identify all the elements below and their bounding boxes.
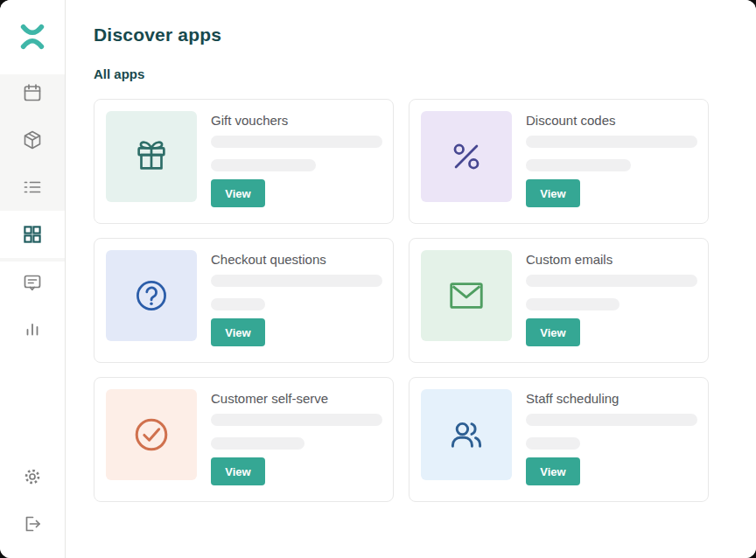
app-card-grid: Gift vouchers View — [94, 99, 756, 502]
view-button[interactable]: View — [211, 457, 265, 485]
placeholder-bar — [211, 136, 382, 148]
brand-x-logo-icon — [19, 23, 46, 51]
app-card-title: Gift vouchers — [211, 113, 288, 128]
app-card-title: Custom emails — [526, 252, 612, 267]
main-content: Discover apps All apps — [66, 0, 756, 558]
app-card-staff-scheduling[interactable]: Staff scheduling View — [409, 377, 709, 502]
app-card-title: Checkout questions — [211, 252, 326, 267]
gear-icon — [22, 466, 43, 487]
sidebar-item-messages[interactable] — [0, 259, 65, 306]
placeholder-bar — [526, 136, 697, 148]
app-card-customer-self-serve[interactable]: Customer self-serve View — [94, 377, 394, 502]
view-button[interactable]: View — [526, 457, 580, 485]
placeholder-bar — [211, 298, 265, 310]
placeholder-bar — [211, 159, 316, 171]
sidebar-item-reports[interactable] — [0, 304, 65, 352]
grid-icon — [22, 224, 43, 245]
percent-icon — [447, 137, 486, 176]
placeholder-bar — [526, 437, 580, 450]
app-tile — [421, 111, 512, 202]
placeholder-bar — [526, 275, 697, 287]
placeholder-bar — [526, 298, 620, 310]
bar-chart-icon — [22, 317, 43, 338]
app-tile — [106, 111, 197, 202]
envelope-icon — [446, 276, 486, 316]
sidebar-item-apps[interactable] — [0, 211, 65, 258]
sidebar-item-settings[interactable] — [0, 453, 65, 500]
view-button[interactable]: View — [526, 318, 580, 346]
package-icon — [22, 129, 43, 150]
placeholder-bar — [526, 414, 697, 426]
gift-icon — [131, 136, 172, 177]
calendar-icon — [22, 82, 43, 103]
app-tile — [421, 250, 512, 341]
app-card-title: Customer self-serve — [211, 391, 328, 406]
app-card-gift-vouchers[interactable]: Gift vouchers View — [94, 99, 394, 224]
sidebar-item-lists[interactable] — [0, 164, 65, 211]
view-button[interactable]: View — [211, 318, 265, 346]
app-window: Discover apps All apps — [0, 0, 756, 558]
app-card-title: Staff scheduling — [526, 391, 619, 406]
app-card-custom-emails[interactable]: Custom emails View — [409, 238, 709, 363]
placeholder-bar — [211, 414, 382, 426]
app-tile — [106, 389, 197, 480]
sidebar — [0, 0, 66, 558]
app-tile — [106, 250, 197, 341]
app-card-discount-codes[interactable]: Discount codes View — [409, 99, 709, 224]
list-icon — [22, 177, 43, 198]
app-card-title: Discount codes — [526, 113, 616, 128]
app-card-checkout-questions[interactable]: Checkout questions View — [94, 238, 394, 363]
sidebar-item-products[interactable] — [0, 116, 65, 164]
sidebar-item-calendar[interactable] — [0, 69, 65, 116]
check-circle-icon — [131, 415, 172, 455]
placeholder-bar — [211, 275, 382, 287]
section-label: All apps — [94, 66, 756, 81]
view-button[interactable]: View — [211, 179, 265, 207]
people-icon — [447, 415, 486, 454]
question-circle-icon — [132, 276, 171, 315]
view-button[interactable]: View — [526, 179, 580, 207]
sidebar-logo[interactable] — [0, 17, 65, 56]
logout-icon — [22, 513, 43, 534]
page-title: Discover apps — [94, 24, 756, 45]
chat-icon — [22, 272, 43, 293]
placeholder-bar — [211, 437, 304, 450]
sidebar-item-logout[interactable] — [0, 500, 65, 548]
app-tile — [421, 389, 512, 480]
placeholder-bar — [526, 159, 631, 171]
